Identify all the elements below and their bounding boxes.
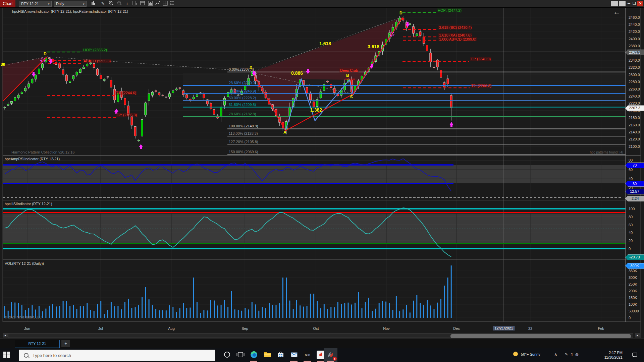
ninjatrader-window: Chart RTY 12-21∨ Daily∨ ✎ + ─ ❐ ✕ hpcHSI… (0, 0, 644, 362)
tray-icons[interactable]: ✎▯◍ (565, 352, 581, 362)
pin-indicator (317, 361, 324, 362)
start-button[interactable] (3, 352, 10, 358)
tab-rty-12-21[interactable]: RTY 12-21 (15, 340, 60, 348)
month-label: Aug (168, 326, 175, 330)
month-label: Oct (313, 326, 319, 330)
month-label: Feb (598, 326, 604, 330)
store-icon[interactable] (276, 351, 285, 359)
tab-bar: RTY 12-21 + (0, 339, 644, 348)
chart-style-icon[interactable] (90, 1, 97, 7)
task-view-icon[interactable] (236, 351, 245, 359)
scroll-right-icon[interactable]: ▸ (635, 333, 640, 338)
list-properties-icon[interactable] (168, 1, 175, 7)
trendline-icon[interactable] (154, 1, 161, 7)
edge-icon[interactable] (250, 351, 258, 359)
selected-date-badge: 12/21/2021 (493, 326, 515, 330)
month-label: Dec (453, 326, 460, 330)
toolbar: Chart RTY 12-21∨ Daily∨ ✎ + ─ ❐ ✕ (0, 0, 644, 8)
sun-icon (513, 352, 518, 356)
sse-icon[interactable]: sse (303, 351, 312, 359)
data-box-icon[interactable] (131, 1, 139, 7)
draw-pencil-icon[interactable]: ✎ (99, 1, 107, 7)
indicator-window-icon[interactable] (147, 1, 154, 7)
month-label: Jul (98, 326, 103, 330)
pin-indicator (250, 361, 257, 362)
chevron-down-icon: ∨ (83, 1, 85, 6)
pin-indicator (290, 361, 298, 362)
restore-button[interactable]: ❐ (632, 1, 637, 6)
windows-taskbar: Type here to search sse 8 50°F Sunny ∧ ✎… (0, 348, 644, 362)
zoom-in-icon[interactable] (107, 1, 115, 7)
weather-widget[interactable]: 50°F Sunny (513, 352, 540, 362)
month-label: 22 (528, 326, 532, 330)
period-dropdown[interactable]: Daily∨ (54, 1, 87, 7)
instrument-dropdown[interactable]: RTY 12-21∨ (19, 1, 52, 7)
file-explorer-icon[interactable] (263, 351, 272, 359)
time-axis[interactable]: JunJulAugSepOctNovDec22Feb12/21/2021 (0, 322, 644, 333)
chart-menu-button[interactable]: Chart (0, 0, 15, 7)
scrollbar-thumb[interactable] (450, 334, 631, 338)
mail-icon[interactable] (290, 351, 299, 359)
add-tab-button[interactable]: + (61, 340, 70, 347)
month-label: Sep (241, 326, 248, 330)
cortana-icon[interactable] (223, 351, 231, 359)
pin-indicator (304, 361, 311, 362)
app-button-2[interactable] (619, 1, 626, 6)
pin-indicator (327, 361, 334, 362)
chart-canvas[interactable] (0, 0, 644, 362)
clock[interactable]: 2:17 PM11/30/2021 (599, 350, 623, 362)
chevron-down-icon: ∨ (48, 1, 50, 6)
tray-expand-icon[interactable]: ∧ (554, 352, 557, 362)
crosshair-icon[interactable]: + (123, 1, 131, 7)
notification-icon[interactable] (632, 352, 638, 362)
app-button-1[interactable] (611, 1, 618, 6)
ninjatrader-taskbar-slot[interactable]: 8 (324, 348, 337, 362)
panel-window-icon[interactable] (139, 1, 146, 7)
month-label: Nov (383, 326, 390, 330)
month-label: Jun (24, 326, 30, 330)
grid-icon[interactable] (161, 1, 169, 7)
chart-scrollbar[interactable]: ◂ ▸ (0, 333, 641, 338)
search-icon (24, 353, 29, 358)
search-input[interactable]: Type here to search (19, 350, 215, 361)
scroll-left-icon[interactable]: ◂ (3, 333, 8, 338)
scrollbar-track[interactable] (8, 333, 633, 338)
minimize-button[interactable]: ─ (627, 1, 631, 6)
zoom-out-icon[interactable] (116, 1, 123, 7)
nt-badge: 8 (333, 357, 337, 361)
close-button[interactable]: ✕ (637, 1, 643, 6)
